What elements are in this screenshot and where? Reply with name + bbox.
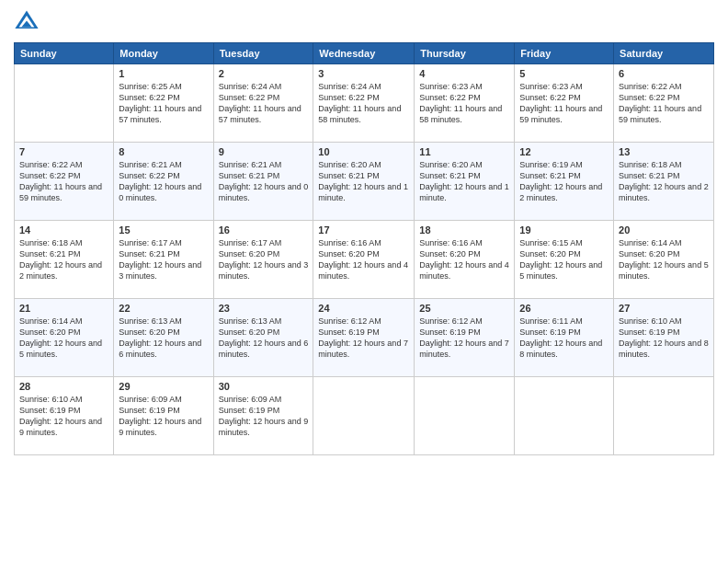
day-info: Sunrise: 6:12 AM Sunset: 6:19 PM Dayligh…: [318, 316, 409, 361]
day-cell: 21Sunrise: 6:14 AM Sunset: 6:20 PM Dayli…: [15, 299, 114, 377]
day-cell: 24Sunrise: 6:12 AM Sunset: 6:19 PM Dayli…: [313, 299, 415, 377]
day-info: Sunrise: 6:10 AM Sunset: 6:19 PM Dayligh…: [619, 316, 709, 361]
day-number: 30: [219, 381, 309, 392]
day-cell: 2Sunrise: 6:24 AM Sunset: 6:22 PM Daylig…: [213, 64, 313, 143]
day-cell: 26Sunrise: 6:11 AM Sunset: 6:19 PM Dayli…: [515, 299, 614, 377]
day-info: Sunrise: 6:18 AM Sunset: 6:21 PM Dayligh…: [619, 159, 709, 204]
day-number: 1: [119, 68, 208, 79]
day-number: 13: [619, 146, 709, 157]
day-header-sunday: Sunday: [15, 43, 114, 64]
day-number: 5: [519, 68, 609, 79]
day-number: 12: [519, 146, 609, 157]
day-number: 20: [619, 224, 709, 236]
day-number: 23: [219, 303, 309, 314]
day-number: 11: [419, 146, 509, 157]
day-cell: [515, 377, 614, 455]
day-info: Sunrise: 6:24 AM Sunset: 6:22 PM Dayligh…: [318, 81, 409, 126]
day-number: 18: [419, 224, 509, 236]
calendar-table: SundayMondayTuesdayWednesdayThursdayFrid…: [14, 42, 714, 455]
day-cell: 12Sunrise: 6:19 AM Sunset: 6:21 PM Dayli…: [515, 143, 614, 221]
day-number: 3: [318, 68, 409, 79]
day-cell: 3Sunrise: 6:24 AM Sunset: 6:22 PM Daylig…: [313, 64, 415, 143]
day-header-friday: Friday: [515, 43, 614, 64]
day-number: 26: [519, 303, 609, 314]
day-cell: 11Sunrise: 6:20 AM Sunset: 6:21 PM Dayli…: [415, 143, 515, 221]
day-cell: 30Sunrise: 6:09 AM Sunset: 6:19 PM Dayli…: [213, 377, 313, 455]
day-info: Sunrise: 6:17 AM Sunset: 6:21 PM Dayligh…: [119, 237, 208, 282]
day-number: 4: [419, 68, 509, 79]
day-cell: 20Sunrise: 6:14 AM Sunset: 6:20 PM Dayli…: [614, 221, 714, 299]
week-row-0: 1Sunrise: 6:25 AM Sunset: 6:22 PM Daylig…: [15, 64, 714, 143]
day-info: Sunrise: 6:25 AM Sunset: 6:22 PM Dayligh…: [119, 81, 208, 126]
day-header-tuesday: Tuesday: [213, 43, 313, 64]
day-cell: 6Sunrise: 6:22 AM Sunset: 6:22 PM Daylig…: [614, 64, 714, 143]
day-number: 19: [519, 224, 609, 236]
day-header-thursday: Thursday: [415, 43, 515, 64]
day-info: Sunrise: 6:13 AM Sunset: 6:20 PM Dayligh…: [219, 316, 309, 361]
day-info: Sunrise: 6:12 AM Sunset: 6:19 PM Dayligh…: [419, 316, 509, 361]
day-number: 22: [119, 303, 208, 314]
day-cell: 18Sunrise: 6:16 AM Sunset: 6:20 PM Dayli…: [415, 221, 515, 299]
day-number: 21: [19, 303, 108, 314]
day-info: Sunrise: 6:15 AM Sunset: 6:20 PM Dayligh…: [519, 237, 609, 282]
day-info: Sunrise: 6:20 AM Sunset: 6:21 PM Dayligh…: [419, 159, 509, 204]
day-info: Sunrise: 6:14 AM Sunset: 6:20 PM Dayligh…: [619, 237, 709, 282]
day-info: Sunrise: 6:18 AM Sunset: 6:21 PM Dayligh…: [19, 237, 108, 282]
day-number: 2: [219, 68, 309, 79]
day-number: 27: [619, 303, 709, 314]
header: [14, 9, 714, 35]
day-info: Sunrise: 6:16 AM Sunset: 6:20 PM Dayligh…: [419, 237, 509, 282]
day-cell: 1Sunrise: 6:25 AM Sunset: 6:22 PM Daylig…: [114, 64, 213, 143]
day-cell: 19Sunrise: 6:15 AM Sunset: 6:20 PM Dayli…: [515, 221, 614, 299]
day-cell: 25Sunrise: 6:12 AM Sunset: 6:19 PM Dayli…: [415, 299, 515, 377]
day-cell: 16Sunrise: 6:17 AM Sunset: 6:20 PM Dayli…: [213, 221, 313, 299]
day-cell: 8Sunrise: 6:21 AM Sunset: 6:22 PM Daylig…: [114, 143, 213, 221]
day-info: Sunrise: 6:11 AM Sunset: 6:19 PM Dayligh…: [519, 316, 609, 361]
week-row-1: 7Sunrise: 6:22 AM Sunset: 6:22 PM Daylig…: [15, 143, 714, 221]
day-number: 9: [219, 146, 309, 157]
logo: [14, 9, 43, 35]
day-header-monday: Monday: [114, 43, 213, 64]
day-info: Sunrise: 6:09 AM Sunset: 6:19 PM Dayligh…: [219, 394, 309, 439]
day-cell: 10Sunrise: 6:20 AM Sunset: 6:21 PM Dayli…: [313, 143, 415, 221]
day-info: Sunrise: 6:21 AM Sunset: 6:21 PM Dayligh…: [219, 159, 309, 204]
day-cell: 13Sunrise: 6:18 AM Sunset: 6:21 PM Dayli…: [614, 143, 714, 221]
day-info: Sunrise: 6:21 AM Sunset: 6:22 PM Dayligh…: [119, 159, 208, 204]
week-row-4: 28Sunrise: 6:10 AM Sunset: 6:19 PM Dayli…: [15, 377, 714, 455]
day-number: 8: [119, 146, 208, 157]
day-info: Sunrise: 6:10 AM Sunset: 6:19 PM Dayligh…: [19, 394, 108, 439]
day-cell: 4Sunrise: 6:23 AM Sunset: 6:22 PM Daylig…: [415, 64, 515, 143]
day-number: 14: [19, 224, 108, 236]
logo-icon: [14, 9, 40, 35]
day-number: 7: [19, 146, 108, 157]
day-header-wednesday: Wednesday: [313, 43, 415, 64]
day-cell: 29Sunrise: 6:09 AM Sunset: 6:19 PM Dayli…: [114, 377, 213, 455]
day-info: Sunrise: 6:23 AM Sunset: 6:22 PM Dayligh…: [419, 81, 509, 126]
week-row-2: 14Sunrise: 6:18 AM Sunset: 6:21 PM Dayli…: [15, 221, 714, 299]
day-info: Sunrise: 6:24 AM Sunset: 6:22 PM Dayligh…: [219, 81, 309, 126]
day-info: Sunrise: 6:23 AM Sunset: 6:22 PM Dayligh…: [519, 81, 609, 126]
day-number: 10: [318, 146, 409, 157]
day-cell: 9Sunrise: 6:21 AM Sunset: 6:21 PM Daylig…: [213, 143, 313, 221]
day-cell: 5Sunrise: 6:23 AM Sunset: 6:22 PM Daylig…: [515, 64, 614, 143]
day-cell: 27Sunrise: 6:10 AM Sunset: 6:19 PM Dayli…: [614, 299, 714, 377]
day-cell: 22Sunrise: 6:13 AM Sunset: 6:20 PM Dayli…: [114, 299, 213, 377]
day-number: 28: [19, 381, 108, 392]
day-number: 15: [119, 224, 208, 236]
day-number: 17: [318, 224, 409, 236]
day-info: Sunrise: 6:22 AM Sunset: 6:22 PM Dayligh…: [19, 159, 108, 204]
week-row-3: 21Sunrise: 6:14 AM Sunset: 6:20 PM Dayli…: [15, 299, 714, 377]
day-cell: 28Sunrise: 6:10 AM Sunset: 6:19 PM Dayli…: [15, 377, 114, 455]
day-header-saturday: Saturday: [614, 43, 714, 64]
day-info: Sunrise: 6:09 AM Sunset: 6:19 PM Dayligh…: [119, 394, 208, 439]
day-cell: 17Sunrise: 6:16 AM Sunset: 6:20 PM Dayli…: [313, 221, 415, 299]
day-info: Sunrise: 6:14 AM Sunset: 6:20 PM Dayligh…: [19, 316, 108, 361]
day-info: Sunrise: 6:22 AM Sunset: 6:22 PM Dayligh…: [619, 81, 709, 126]
day-cell: [415, 377, 515, 455]
day-cell: [614, 377, 714, 455]
day-cell: 7Sunrise: 6:22 AM Sunset: 6:22 PM Daylig…: [15, 143, 114, 221]
day-cell: 15Sunrise: 6:17 AM Sunset: 6:21 PM Dayli…: [114, 221, 213, 299]
day-info: Sunrise: 6:13 AM Sunset: 6:20 PM Dayligh…: [119, 316, 208, 361]
day-number: 24: [318, 303, 409, 314]
day-number: 25: [419, 303, 509, 314]
